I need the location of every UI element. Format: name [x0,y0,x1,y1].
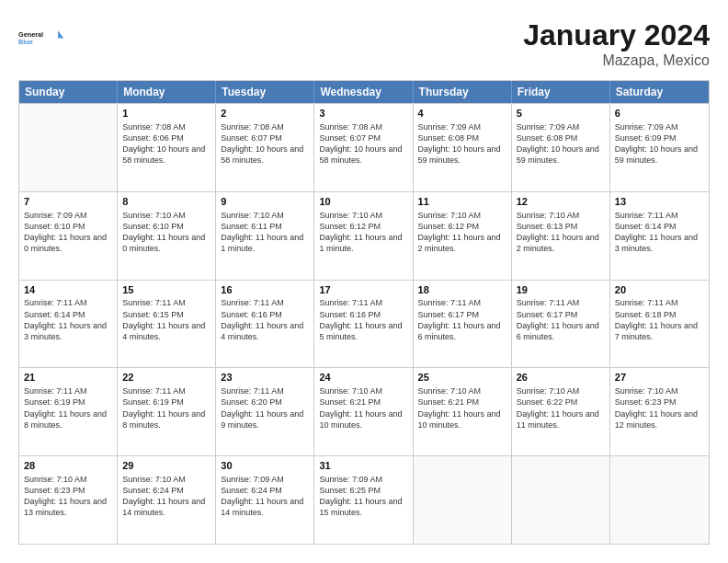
sunset: Sunset: 6:14 PM [24,310,85,319]
daylight: Daylight: 11 hours and 1 minute. [319,233,402,253]
day-cell-1: 1Sunrise: 7:08 AMSunset: 6:06 PMDaylight… [118,104,216,191]
day-cell-27: 27Sunrise: 7:10 AMSunset: 6:23 PMDayligh… [610,368,709,455]
day-cell-16: 16Sunrise: 7:11 AMSunset: 6:16 PMDayligh… [216,281,314,368]
daylight: Daylight: 11 hours and 12 minutes. [615,409,698,430]
daylight: Daylight: 11 hours and 5 minutes. [319,321,402,341]
day-cell-19: 19Sunrise: 7:11 AMSunset: 6:17 PMDayligh… [512,281,610,368]
sunrise: Sunrise: 7:08 AM [122,122,186,132]
day-number: 31 [319,459,407,473]
daylight: Daylight: 11 hours and 9 minutes. [221,409,303,430]
day-cell-14: 14Sunrise: 7:11 AMSunset: 6:14 PMDayligh… [19,281,118,368]
sunrise: Sunrise: 7:11 AM [418,298,482,307]
sunrise: Sunrise: 7:10 AM [319,211,382,220]
calendar-week-4: 28Sunrise: 7:10 AMSunset: 6:23 PMDayligh… [19,455,709,544]
day-number: 2 [221,107,309,121]
day-number: 27 [615,371,704,385]
sunrise: Sunrise: 7:11 AM [122,386,186,396]
calendar-body: 1Sunrise: 7:08 AMSunset: 6:06 PMDaylight… [19,103,709,544]
sunrise: Sunrise: 7:10 AM [517,211,580,220]
sunrise: Sunrise: 7:09 AM [319,475,382,484]
sunset: Sunset: 6:21 PM [418,397,480,407]
daylight: Daylight: 11 hours and 8 minutes. [24,409,107,430]
daylight: Daylight: 11 hours and 3 minutes. [24,321,107,341]
day-number: 10 [319,195,407,209]
day-header-saturday: Saturday [610,81,709,103]
day-cell-23: 23Sunrise: 7:11 AMSunset: 6:20 PMDayligh… [216,368,314,455]
page: General Blue January 2024 Mazapa, Mexico… [0,0,728,563]
day-cell-25: 25Sunrise: 7:10 AMSunset: 6:21 PMDayligh… [414,368,512,455]
daylight: Daylight: 10 hours and 59 minutes. [418,144,501,165]
sunset: Sunset: 6:16 PM [221,310,282,319]
sunset: Sunset: 6:20 PM [221,397,282,407]
day-cell-18: 18Sunrise: 7:11 AMSunset: 6:17 PMDayligh… [414,281,512,368]
day-number: 15 [122,283,210,297]
sunset: Sunset: 6:17 PM [517,310,578,319]
day-number: 18 [418,283,506,297]
day-cell-5: 5Sunrise: 7:09 AMSunset: 6:08 PMDaylight… [512,104,610,191]
day-number: 8 [122,195,210,209]
empty-cell [414,456,512,544]
sunrise: Sunrise: 7:09 AM [221,475,284,484]
day-number: 24 [319,371,407,385]
daylight: Daylight: 11 hours and 4 minutes. [122,321,205,341]
day-cell-12: 12Sunrise: 7:10 AMSunset: 6:13 PMDayligh… [512,192,610,280]
sunrise: Sunrise: 7:10 AM [615,386,678,396]
day-cell-31: 31Sunrise: 7:09 AMSunset: 6:25 PMDayligh… [314,456,413,544]
daylight: Daylight: 11 hours and 14 minutes. [122,497,205,517]
day-number: 19 [517,283,605,297]
sunrise: Sunrise: 7:11 AM [24,386,87,396]
sunset: Sunset: 6:14 PM [615,222,677,231]
day-cell-22: 22Sunrise: 7:11 AMSunset: 6:19 PMDayligh… [118,368,216,455]
day-number: 7 [24,195,112,209]
day-number: 23 [221,371,309,385]
daylight: Daylight: 10 hours and 58 minutes. [221,144,303,165]
sunrise: Sunrise: 7:10 AM [319,386,382,396]
sunset: Sunset: 6:17 PM [418,310,480,319]
sunrise: Sunrise: 7:11 AM [221,298,284,307]
day-cell-17: 17Sunrise: 7:11 AMSunset: 6:16 PMDayligh… [314,281,413,368]
daylight: Daylight: 11 hours and 0 minutes. [122,233,205,253]
day-number: 26 [517,371,605,385]
empty-cell [610,456,709,544]
title-block: January 2024 Mazapa, Mexico [523,18,710,69]
day-cell-10: 10Sunrise: 7:10 AMSunset: 6:12 PMDayligh… [314,192,413,280]
day-cell-21: 21Sunrise: 7:11 AMSunset: 6:19 PMDayligh… [19,368,118,455]
sunset: Sunset: 6:07 PM [319,133,381,143]
sunset: Sunset: 6:09 PM [615,133,677,143]
sunrise: Sunrise: 7:10 AM [221,211,284,220]
day-number: 1 [122,107,210,121]
daylight: Daylight: 11 hours and 3 minutes. [615,233,698,253]
sunrise: Sunrise: 7:10 AM [418,211,482,220]
sunset: Sunset: 6:15 PM [122,310,184,319]
sunset: Sunset: 6:23 PM [615,397,677,407]
day-cell-24: 24Sunrise: 7:10 AMSunset: 6:21 PMDayligh… [314,368,413,455]
day-cell-7: 7Sunrise: 7:09 AMSunset: 6:10 PMDaylight… [19,192,118,280]
day-number: 21 [24,371,112,385]
sunrise: Sunrise: 7:10 AM [122,211,186,220]
day-number: 12 [517,195,605,209]
sunset: Sunset: 6:13 PM [517,222,578,231]
header: General Blue January 2024 Mazapa, Mexico [18,18,710,69]
sunrise: Sunrise: 7:11 AM [615,298,678,307]
sunrise: Sunrise: 7:08 AM [319,122,382,132]
sunrise: Sunrise: 7:10 AM [24,475,87,484]
daylight: Daylight: 11 hours and 2 minutes. [418,233,501,253]
sunset: Sunset: 6:10 PM [122,222,184,231]
day-cell-8: 8Sunrise: 7:10 AMSunset: 6:10 PMDaylight… [118,192,216,280]
sunrise: Sunrise: 7:11 AM [24,298,87,307]
sunset: Sunset: 6:08 PM [517,133,578,143]
daylight: Daylight: 10 hours and 58 minutes. [122,144,205,165]
day-cell-3: 3Sunrise: 7:08 AMSunset: 6:07 PMDaylight… [314,104,413,191]
daylight: Daylight: 10 hours and 59 minutes. [517,144,599,165]
daylight: Daylight: 11 hours and 1 minute. [221,233,303,253]
main-title: January 2024 [523,18,710,52]
day-number: 3 [319,107,407,121]
day-cell-20: 20Sunrise: 7:11 AMSunset: 6:18 PMDayligh… [610,281,709,368]
sunset: Sunset: 6:21 PM [319,397,381,407]
sunset: Sunset: 6:12 PM [319,222,381,231]
day-header-tuesday: Tuesday [216,81,314,103]
sunrise: Sunrise: 7:10 AM [418,386,482,396]
daylight: Daylight: 11 hours and 6 minutes. [418,321,501,341]
day-number: 20 [615,283,704,297]
sunset: Sunset: 6:12 PM [418,222,480,231]
